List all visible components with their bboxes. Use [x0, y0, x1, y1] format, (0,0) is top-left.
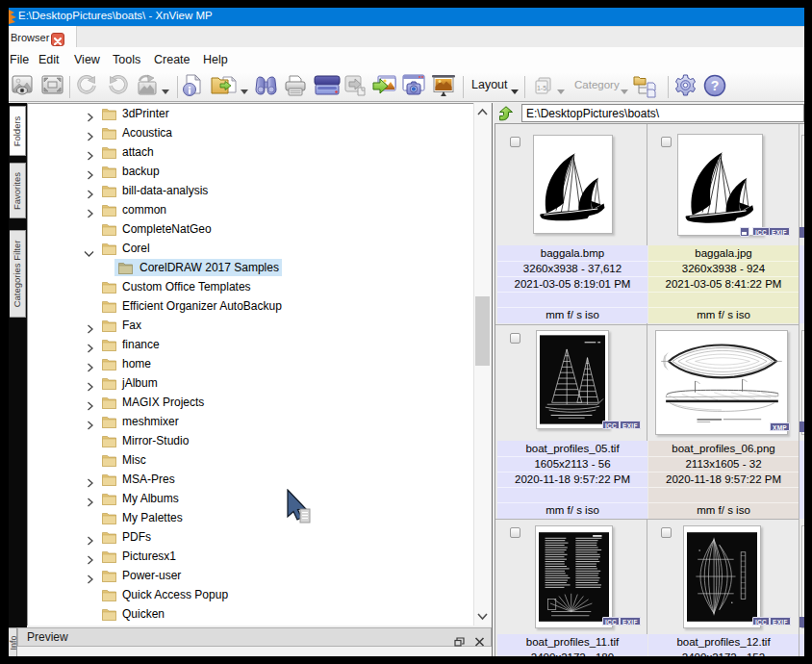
svg-text:1-5: 1-5 [537, 85, 546, 91]
svg-text:?: ? [711, 78, 720, 93]
